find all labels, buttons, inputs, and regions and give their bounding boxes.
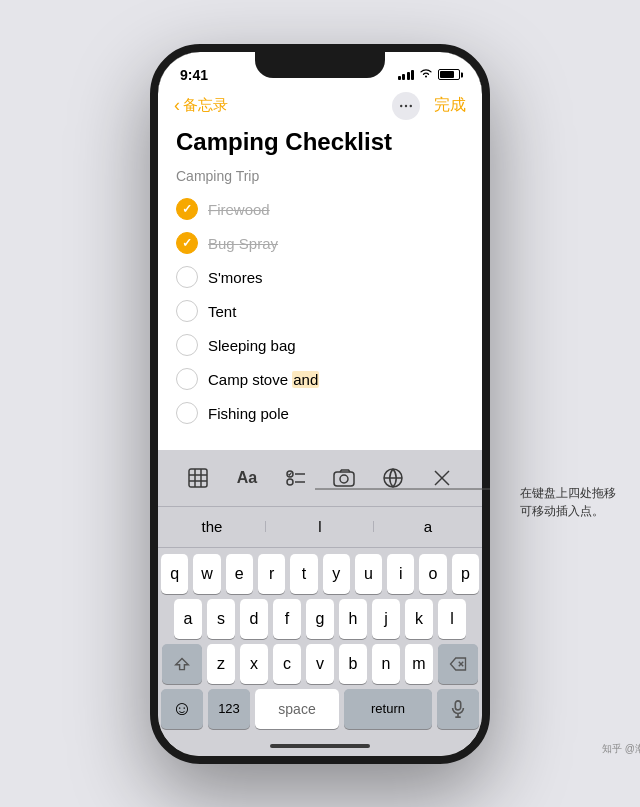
key-s[interactable]: s [207, 599, 235, 639]
annotation-line2: 可移动插入点。 [520, 505, 604, 517]
wifi-icon [419, 68, 433, 82]
key-h[interactable]: h [339, 599, 367, 639]
svg-rect-3 [189, 469, 207, 487]
back-label: 备忘录 [183, 96, 228, 115]
key-x[interactable]: x [240, 644, 268, 684]
key-d[interactable]: d [240, 599, 268, 639]
checkbox-campstove[interactable] [176, 368, 198, 390]
list-item[interactable]: Camp stove and [176, 362, 464, 396]
key-emoji[interactable]: ☺ [161, 689, 203, 729]
nav-right: 完成 [392, 92, 466, 120]
phone-frame: 9:41 [150, 44, 490, 764]
notch [255, 52, 385, 78]
status-icons [398, 68, 461, 82]
key-p[interactable]: p [452, 554, 479, 594]
key-i[interactable]: i [387, 554, 414, 594]
key-n[interactable]: n [372, 644, 400, 684]
checkbox-fishingpole[interactable] [176, 402, 198, 424]
key-g[interactable]: g [306, 599, 334, 639]
watermark: 知乎 @潮玩数码 [602, 742, 640, 756]
key-a[interactable]: a [174, 599, 202, 639]
font-button[interactable]: Aa [229, 460, 265, 496]
key-t[interactable]: t [290, 554, 317, 594]
key-w[interactable]: w [193, 554, 220, 594]
key-row-4: ☺ 123 space return [161, 689, 479, 729]
key-numbers[interactable]: 123 [208, 689, 250, 729]
list-item[interactable]: Tent [176, 294, 464, 328]
annotation-line1: 在键盘上四处拖移 [520, 487, 616, 499]
item-text-fishingpole: Fishing pole [208, 405, 289, 422]
key-o[interactable]: o [419, 554, 446, 594]
key-q[interactable]: q [161, 554, 188, 594]
camera-button[interactable] [326, 460, 362, 496]
format-toolbar: Aa [158, 450, 482, 506]
svg-rect-12 [334, 472, 354, 486]
annotation: 在键盘上四处拖移 可移动插入点。 [520, 484, 640, 521]
more-button[interactable] [392, 92, 420, 120]
list-item[interactable]: Bug Spray [176, 226, 464, 260]
key-f[interactable]: f [273, 599, 301, 639]
list-item[interactable]: Sleeping bag [176, 328, 464, 362]
checklist-button[interactable] [278, 460, 314, 496]
key-row-2: a s d f g h j k l [161, 599, 479, 639]
key-backspace[interactable] [438, 644, 478, 684]
status-time: 9:41 [180, 67, 208, 83]
list-item[interactable]: Fishing pole [176, 396, 464, 430]
keyboard: q w e r t y u i o p a s d f g [158, 548, 482, 738]
checkbox-bugspray[interactable] [176, 232, 198, 254]
item-text-tent: Tent [208, 303, 236, 320]
key-y[interactable]: y [323, 554, 350, 594]
key-shift[interactable] [162, 644, 202, 684]
key-space[interactable]: space [255, 689, 339, 729]
autocomplete-bar: the l a [158, 506, 482, 548]
cursor-highlight: and [292, 371, 319, 388]
svg-rect-19 [455, 700, 460, 709]
autocomplete-the[interactable]: the [158, 518, 266, 535]
key-microphone[interactable] [437, 689, 479, 729]
key-b[interactable]: b [339, 644, 367, 684]
key-return[interactable]: return [344, 689, 432, 729]
item-text-campstove: Camp stove and [208, 371, 319, 388]
note-content: Camping Checklist Camping Trip Firewood … [158, 128, 482, 450]
done-button[interactable]: 完成 [434, 95, 466, 116]
item-text-sleepingbag: Sleeping bag [208, 337, 296, 354]
checkbox-sleepingbag[interactable] [176, 334, 198, 356]
svg-point-0 [405, 104, 407, 106]
back-button[interactable]: ‹ 备忘录 [174, 95, 228, 116]
key-row-1: q w e r t y u i o p [161, 554, 479, 594]
key-r[interactable]: r [258, 554, 285, 594]
checkbox-tent[interactable] [176, 300, 198, 322]
svg-point-1 [400, 104, 402, 106]
item-text-smores: S'mores [208, 269, 263, 286]
key-e[interactable]: e [226, 554, 253, 594]
close-button[interactable] [424, 460, 460, 496]
key-u[interactable]: u [355, 554, 382, 594]
list-item[interactable]: S'mores [176, 260, 464, 294]
link-button[interactable] [375, 460, 411, 496]
checkbox-smores[interactable] [176, 266, 198, 288]
autocomplete-l[interactable]: l [266, 518, 374, 535]
key-v[interactable]: v [306, 644, 334, 684]
svg-point-2 [410, 104, 412, 106]
svg-point-10 [287, 479, 293, 485]
key-l[interactable]: l [438, 599, 466, 639]
note-title: Camping Checklist [176, 128, 464, 157]
section-label: Camping Trip [176, 168, 464, 184]
autocomplete-a[interactable]: a [374, 518, 482, 535]
back-chevron-icon: ‹ [174, 95, 180, 116]
signal-icon [398, 69, 415, 80]
key-c[interactable]: c [273, 644, 301, 684]
home-bar [270, 744, 370, 748]
table-button[interactable] [180, 460, 216, 496]
item-text-firewood: Firewood [208, 201, 270, 218]
phone-screen: 9:41 [158, 52, 482, 756]
key-j[interactable]: j [372, 599, 400, 639]
list-item[interactable]: Firewood [176, 192, 464, 226]
key-k[interactable]: k [405, 599, 433, 639]
checkbox-firewood[interactable] [176, 198, 198, 220]
battery-icon [438, 69, 460, 80]
item-text-bugspray: Bug Spray [208, 235, 278, 252]
key-m[interactable]: m [405, 644, 433, 684]
key-z[interactable]: z [207, 644, 235, 684]
key-row-3: z x c v b n m [161, 644, 479, 684]
